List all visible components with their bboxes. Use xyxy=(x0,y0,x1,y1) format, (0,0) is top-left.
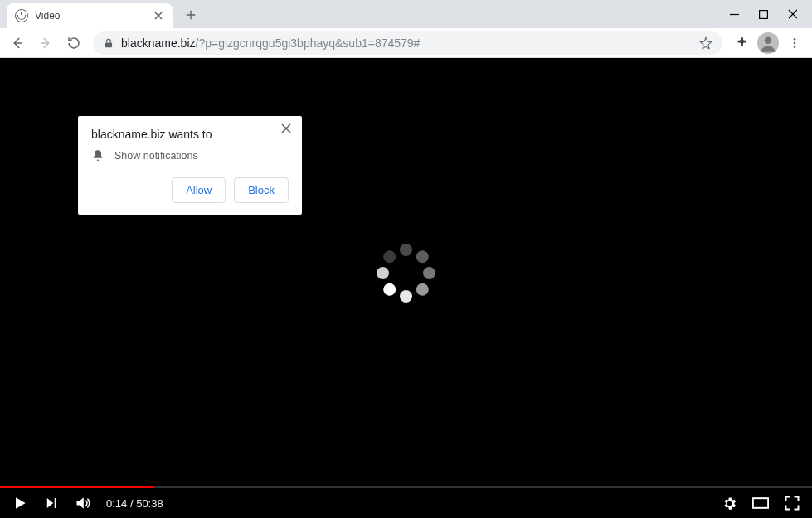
video-progress-bar[interactable] xyxy=(0,486,812,488)
play-icon[interactable] xyxy=(12,495,28,511)
video-duration: 50:38 xyxy=(136,497,163,510)
profile-avatar[interactable] xyxy=(757,32,779,54)
theater-mode-icon[interactable] xyxy=(752,495,769,511)
window-controls xyxy=(715,0,812,28)
video-time: 0:14 / 50:38 xyxy=(106,497,163,510)
browser-toolbar: blackname.biz/?p=gizgcnrqgu5gi3bphayq&su… xyxy=(0,28,812,58)
notification-permission-prompt: blackname.biz wants to Show notification… xyxy=(78,116,302,215)
tab-title: Video xyxy=(35,10,153,22)
allow-button[interactable]: Allow xyxy=(172,177,226,203)
url-text: blackname.biz/?p=gizgcnrqgu5gi3bphayq&su… xyxy=(121,36,420,50)
video-progress-played xyxy=(0,486,154,488)
permission-line: Show notifications xyxy=(114,150,198,162)
close-icon[interactable] xyxy=(280,123,294,136)
reload-button[interactable] xyxy=(61,31,86,56)
svg-point-6 xyxy=(794,46,796,48)
permission-title: blackname.biz wants to xyxy=(91,128,289,141)
new-tab-button[interactable] xyxy=(179,3,202,27)
next-icon[interactable] xyxy=(43,495,60,511)
video-time-separator: / xyxy=(127,497,136,510)
svg-point-5 xyxy=(794,41,796,44)
svg-point-4 xyxy=(794,38,796,41)
browser-titlebar: Video xyxy=(0,0,812,28)
browser-tab[interactable]: Video xyxy=(7,3,173,28)
block-button[interactable]: Block xyxy=(234,177,289,203)
lock-icon xyxy=(103,37,114,49)
window-close-icon[interactable] xyxy=(788,10,797,19)
svg-rect-8 xyxy=(753,498,768,508)
video-current-time: 0:14 xyxy=(106,497,127,510)
address-bar[interactable]: blackname.biz/?p=gizgcnrqgu5gi3bphayq&su… xyxy=(93,31,722,55)
svg-point-3 xyxy=(765,36,772,44)
svg-rect-7 xyxy=(55,498,56,508)
page-content: blackname.biz wants to Show notification… xyxy=(0,58,812,488)
svg-rect-0 xyxy=(760,10,768,18)
url-host: blackname.biz xyxy=(121,36,196,50)
window-maximize-icon[interactable] xyxy=(759,10,768,19)
tab-close-icon[interactable] xyxy=(153,10,164,22)
bell-icon xyxy=(91,149,105,162)
volume-icon[interactable] xyxy=(75,495,91,511)
svg-rect-1 xyxy=(105,42,112,47)
back-button[interactable] xyxy=(5,31,30,56)
url-path: /?p=gizgcnrqgu5gi3bphayq&sub1=874579# xyxy=(196,36,421,50)
forward-button[interactable] xyxy=(33,31,58,56)
fullscreen-icon[interactable] xyxy=(784,495,800,511)
loading-spinner-icon xyxy=(373,240,440,307)
globe-icon xyxy=(15,9,28,22)
video-controls: 0:14 / 50:38 xyxy=(0,488,812,518)
browser-menu-button[interactable] xyxy=(782,31,807,56)
bookmark-star-icon[interactable] xyxy=(699,36,712,50)
extensions-button[interactable] xyxy=(729,31,754,56)
settings-gear-icon[interactable] xyxy=(721,495,737,511)
window-minimize-icon[interactable] xyxy=(730,10,739,19)
